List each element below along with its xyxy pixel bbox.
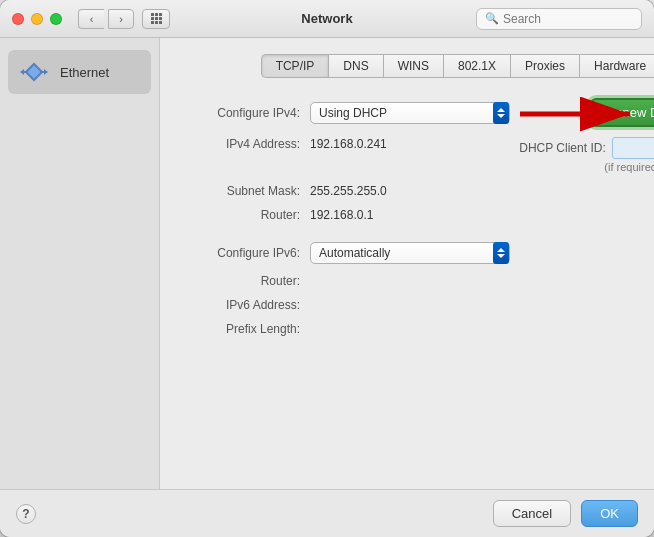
router-value: 192.168.0.1 [310, 208, 373, 222]
configure-ipv6-label: Configure IPv6: [180, 246, 310, 260]
prefix-length-row: Prefix Length: [180, 322, 654, 336]
sidebar: Ethernet [0, 38, 160, 489]
search-icon: 🔍 [485, 12, 499, 25]
main-panel: TCP/IP DNS WINS 802.1X Proxies Hardware … [160, 38, 654, 489]
title-bar: ‹ › Network 🔍 [0, 0, 654, 38]
dhcp-client-id-input[interactable] [612, 137, 654, 159]
stepper-down-icon-v6 [497, 254, 505, 258]
ipv4-left-col: IPv4 Address: 192.168.0.241 [180, 137, 387, 151]
sidebar-item-ethernet-label: Ethernet [60, 65, 109, 80]
dhcp-client-id-area: DHCP Client ID: (if required) [519, 137, 654, 174]
ipv6-address-label: IPv6 Address: [180, 298, 310, 312]
tab-proxies[interactable]: Proxies [510, 54, 579, 78]
prefix-length-label: Prefix Length: [180, 322, 310, 336]
configure-ipv6-row: Configure IPv6: Automatically Manually O… [180, 242, 654, 264]
ipv4-address-value: 192.168.0.241 [310, 137, 387, 151]
form-section: Configure IPv4: Using DHCP Manually Usin… [180, 98, 654, 346]
close-button[interactable] [12, 13, 24, 25]
dhcp-client-id-label: DHCP Client ID: [519, 141, 605, 155]
ipv4-dhcp-row: IPv4 Address: 192.168.0.241 DHCP Client … [180, 137, 654, 174]
subnet-mask-label: Subnet Mask: [180, 184, 310, 198]
tab-wins[interactable]: WINS [383, 54, 443, 78]
tab-tcpip[interactable]: TCP/IP [261, 54, 329, 78]
configure-ipv4-row: Configure IPv4: Using DHCP Manually Usin… [180, 98, 654, 127]
ethernet-icon [18, 56, 50, 88]
minimize-button[interactable] [31, 13, 43, 25]
ipv4-address-row: IPv4 Address: 192.168.0.241 [180, 137, 387, 151]
window-title: Network [301, 11, 352, 26]
ipv6-router-label: Router: [180, 274, 310, 288]
help-button[interactable]: ? [16, 504, 36, 524]
stepper-up-icon-v6 [497, 248, 505, 252]
maximize-button[interactable] [50, 13, 62, 25]
tab-dns[interactable]: DNS [328, 54, 382, 78]
svg-marker-0 [26, 64, 42, 80]
ipv6-address-row: IPv6 Address: [180, 298, 654, 312]
nav-buttons: ‹ › [78, 9, 134, 29]
tabs: TCP/IP DNS WINS 802.1X Proxies Hardware [180, 54, 654, 78]
configure-ipv4-label: Configure IPv4: [180, 106, 310, 120]
traffic-lights [12, 13, 62, 25]
grid-button[interactable] [142, 9, 170, 29]
ipv6-router-row: Router: [180, 274, 654, 288]
search-input[interactable] [503, 12, 633, 26]
footer-buttons: Cancel OK [493, 500, 638, 527]
sidebar-item-ethernet[interactable]: Ethernet [8, 50, 151, 94]
router-row: Router: 192.168.0.1 [180, 208, 654, 222]
ok-button[interactable]: OK [581, 500, 638, 527]
subnet-mask-row: Subnet Mask: 255.255.255.0 [180, 184, 654, 198]
configure-ipv4-select-wrapper: Using DHCP Manually Using DHCP with manu… [310, 102, 510, 124]
stepper-up-icon [497, 108, 505, 112]
footer: ? Cancel OK [0, 489, 654, 537]
network-window: ‹ › Network 🔍 [0, 0, 654, 537]
svg-marker-4 [44, 69, 48, 75]
ipv4-address-label: IPv4 Address: [180, 137, 310, 151]
configure-ipv4-select[interactable]: Using DHCP Manually Using DHCP with manu… [310, 102, 510, 124]
if-required-text: (if required) [604, 161, 654, 173]
svg-marker-3 [20, 69, 24, 75]
search-bar[interactable]: 🔍 [476, 8, 642, 30]
ipv6-select-stepper[interactable] [493, 242, 509, 264]
cancel-button[interactable]: Cancel [493, 500, 571, 527]
subnet-mask-value: 255.255.255.0 [310, 184, 387, 198]
configure-ipv6-select[interactable]: Automatically Manually Off [310, 242, 510, 264]
stepper-down-icon [497, 114, 505, 118]
renew-dhcp-lease-button[interactable]: Renew DHCP Lease [590, 98, 654, 127]
dhcp-client-id-row: DHCP Client ID: [519, 137, 654, 159]
tab-hardware[interactable]: Hardware [579, 54, 654, 78]
back-button[interactable]: ‹ [78, 9, 104, 29]
content-area: Ethernet TCP/IP DNS WINS 802.1X Proxies … [0, 38, 654, 489]
forward-button[interactable]: › [108, 9, 134, 29]
tab-8021x[interactable]: 802.1X [443, 54, 510, 78]
router-label: Router: [180, 208, 310, 222]
ipv4-select-stepper[interactable] [493, 102, 509, 124]
if-required-hint: (if required) [519, 159, 654, 174]
renew-area: Renew DHCP Lease [590, 98, 654, 127]
configure-ipv6-select-wrapper: Automatically Manually Off [310, 242, 510, 264]
